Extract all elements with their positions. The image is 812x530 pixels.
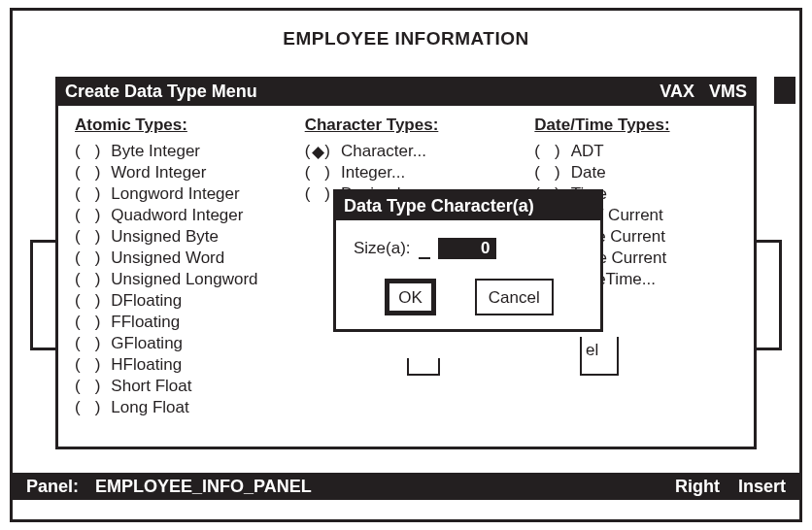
radio-mark-icon: [82, 163, 95, 182]
radio-mark-icon: [82, 355, 95, 375]
ok-button[interactable]: OK: [385, 279, 436, 315]
radio-mark-icon: [82, 184, 95, 204]
status-bar: Panel: EMPLOYEE_INFO_PANEL Right Insert: [13, 473, 799, 500]
status-mode-insert: Insert: [738, 477, 786, 496]
radio-mark-icon: [82, 206, 95, 225]
status-panel-name: EMPLOYEE_INFO_PANEL: [95, 477, 312, 496]
type-option-label: Unsigned Byte: [111, 227, 219, 247]
type-option[interactable]: ( )Quadword Integer: [75, 205, 278, 226]
type-option-label: Byte Integer: [111, 142, 200, 161]
radio-mark-icon: [311, 163, 324, 182]
radio-mark-icon: [541, 142, 555, 161]
type-option-label: Character...: [341, 142, 426, 161]
type-option[interactable]: ( )Byte Integer: [75, 141, 278, 162]
status-panel-label: Panel:: [26, 477, 79, 496]
cancel-button[interactable]: Cancel: [475, 279, 554, 315]
type-option[interactable]: (◆)Character...: [305, 141, 508, 162]
type-option[interactable]: ( )Integer...: [305, 162, 508, 183]
type-option[interactable]: ( )Longword Integer: [75, 183, 278, 205]
type-option[interactable]: ( )Unsigned Word: [75, 248, 278, 269]
type-option-label: Word Integer: [111, 163, 206, 182]
type-option[interactable]: ( )GFloating: [75, 333, 278, 354]
type-option-label: HFloating: [111, 355, 182, 375]
frame-handle-right: [757, 240, 782, 350]
datetime-types-header: Date/Time Types:: [534, 116, 737, 135]
type-option-label: Date: [571, 163, 606, 182]
character-types-header: Character Types:: [305, 116, 508, 135]
radio-mark-icon: [82, 398, 95, 417]
radio-mark-icon: [82, 142, 95, 161]
type-option-label: DFloating: [111, 291, 182, 311]
obscured-cancel-button[interactable]: el: [580, 337, 619, 376]
radio-mark-icon: [82, 270, 95, 289]
radio-mark-icon: [541, 163, 555, 182]
type-option-label: Unsigned Word: [111, 248, 224, 268]
dialog-title: Data Type Character(a): [336, 192, 600, 220]
menu-title-bar: Create Data Type Menu VAX VMS: [55, 77, 757, 106]
menu-frame: Create Data Type Menu VAX VMS Atomic Typ…: [32, 77, 780, 449]
scroll-indicator[interactable]: [774, 77, 795, 104]
type-option-label: FFloating: [111, 313, 180, 332]
type-option[interactable]: ( )HFloating: [75, 354, 278, 376]
radio-mark-icon: [82, 377, 95, 396]
menu-title: Create Data Type Menu: [65, 77, 257, 106]
type-option-label: Longword Integer: [111, 184, 239, 204]
type-option-label: Quadword Integer: [111, 206, 243, 225]
radio-mark-icon: ◆: [311, 142, 324, 162]
atomic-types-column: Atomic Types: ( )Byte Integer( )Word Int…: [75, 116, 278, 418]
size-label: Size(a):: [354, 239, 411, 258]
type-option[interactable]: ( )ADT: [534, 141, 737, 162]
data-type-character-dialog: Data Type Character(a) Size(a): 0 OK Can…: [333, 189, 603, 332]
radio-mark-icon: [82, 248, 95, 268]
type-option[interactable]: ( )FFloating: [75, 312, 278, 333]
atomic-types-header: Atomic Types:: [75, 116, 278, 135]
system-label-vax: VAX: [660, 82, 694, 101]
type-option-label: Short Float: [111, 377, 191, 396]
status-mode-right: Right: [675, 477, 720, 496]
radio-mark-icon: [82, 334, 95, 353]
type-option-label: Unsigned Longword: [111, 270, 257, 289]
type-option[interactable]: ( )Unsigned Longword: [75, 269, 278, 290]
radio-mark-icon: [82, 291, 95, 311]
type-option[interactable]: ( )Long Float: [75, 397, 278, 418]
radio-mark-icon: [311, 184, 324, 204]
app-title: EMPLOYEE INFORMATION: [13, 11, 799, 55]
radio-mark-icon: [82, 227, 95, 247]
type-option[interactable]: ( )Date: [534, 162, 737, 183]
obscured-button[interactable]: [407, 358, 440, 376]
type-option[interactable]: ( )Unsigned Byte: [75, 226, 278, 248]
type-option-label: Long Float: [111, 398, 188, 417]
radio-mark-icon: [82, 313, 95, 332]
size-input[interactable]: 0: [438, 238, 496, 259]
type-option[interactable]: ( )Word Integer: [75, 162, 278, 183]
type-option-label: GFloating: [111, 334, 183, 353]
type-option-label: ADT: [571, 142, 604, 161]
app-window: EMPLOYEE INFORMATION Create Data Type Me…: [10, 8, 802, 522]
type-option[interactable]: ( )DFloating: [75, 290, 278, 312]
type-option[interactable]: ( )Short Float: [75, 376, 278, 397]
type-option-label: Integer...: [341, 163, 405, 182]
system-label-vms: VMS: [709, 82, 747, 101]
frame-handle-left: [30, 240, 55, 350]
